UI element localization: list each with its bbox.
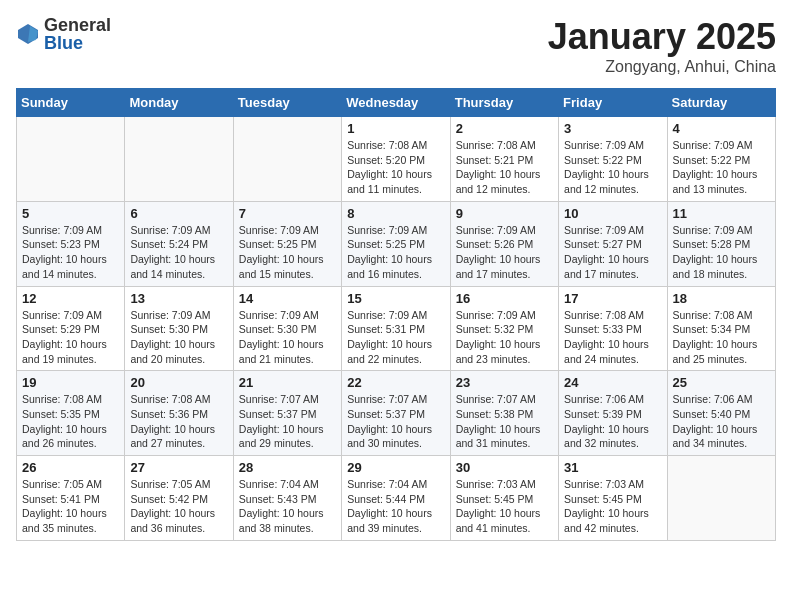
calendar-cell: 22Sunrise: 7:07 AMSunset: 5:37 PMDayligh…: [342, 371, 450, 456]
calendar-cell: 13Sunrise: 7:09 AMSunset: 5:30 PMDayligh…: [125, 286, 233, 371]
day-info: Sunrise: 7:05 AMSunset: 5:41 PMDaylight:…: [22, 477, 119, 536]
day-number: 14: [239, 291, 336, 306]
calendar-cell: [17, 117, 125, 202]
calendar-cell: 31Sunrise: 7:03 AMSunset: 5:45 PMDayligh…: [559, 456, 667, 541]
calendar: SundayMondayTuesdayWednesdayThursdayFrid…: [16, 88, 776, 541]
day-info: Sunrise: 7:03 AMSunset: 5:45 PMDaylight:…: [564, 477, 661, 536]
day-info: Sunrise: 7:06 AMSunset: 5:40 PMDaylight:…: [673, 392, 770, 451]
calendar-week-row: 26Sunrise: 7:05 AMSunset: 5:41 PMDayligh…: [17, 456, 776, 541]
calendar-cell: 27Sunrise: 7:05 AMSunset: 5:42 PMDayligh…: [125, 456, 233, 541]
day-info: Sunrise: 7:09 AMSunset: 5:24 PMDaylight:…: [130, 223, 227, 282]
day-info: Sunrise: 7:08 AMSunset: 5:20 PMDaylight:…: [347, 138, 444, 197]
day-info: Sunrise: 7:04 AMSunset: 5:43 PMDaylight:…: [239, 477, 336, 536]
weekday-header: Sunday: [17, 89, 125, 117]
day-info: Sunrise: 7:09 AMSunset: 5:28 PMDaylight:…: [673, 223, 770, 282]
calendar-cell: 26Sunrise: 7:05 AMSunset: 5:41 PMDayligh…: [17, 456, 125, 541]
calendar-cell: 4Sunrise: 7:09 AMSunset: 5:22 PMDaylight…: [667, 117, 775, 202]
calendar-week-row: 5Sunrise: 7:09 AMSunset: 5:23 PMDaylight…: [17, 201, 776, 286]
day-number: 2: [456, 121, 553, 136]
day-number: 23: [456, 375, 553, 390]
calendar-cell: [233, 117, 341, 202]
day-number: 16: [456, 291, 553, 306]
day-number: 15: [347, 291, 444, 306]
calendar-cell: [667, 456, 775, 541]
day-number: 11: [673, 206, 770, 221]
weekday-header: Thursday: [450, 89, 558, 117]
calendar-cell: 25Sunrise: 7:06 AMSunset: 5:40 PMDayligh…: [667, 371, 775, 456]
calendar-cell: 11Sunrise: 7:09 AMSunset: 5:28 PMDayligh…: [667, 201, 775, 286]
day-number: 17: [564, 291, 661, 306]
day-info: Sunrise: 7:09 AMSunset: 5:23 PMDaylight:…: [22, 223, 119, 282]
calendar-cell: 5Sunrise: 7:09 AMSunset: 5:23 PMDaylight…: [17, 201, 125, 286]
day-info: Sunrise: 7:08 AMSunset: 5:36 PMDaylight:…: [130, 392, 227, 451]
calendar-cell: 18Sunrise: 7:08 AMSunset: 5:34 PMDayligh…: [667, 286, 775, 371]
calendar-cell: 6Sunrise: 7:09 AMSunset: 5:24 PMDaylight…: [125, 201, 233, 286]
day-info: Sunrise: 7:07 AMSunset: 5:37 PMDaylight:…: [347, 392, 444, 451]
logo: General Blue: [16, 16, 111, 52]
day-number: 3: [564, 121, 661, 136]
day-info: Sunrise: 7:09 AMSunset: 5:32 PMDaylight:…: [456, 308, 553, 367]
day-info: Sunrise: 7:09 AMSunset: 5:29 PMDaylight:…: [22, 308, 119, 367]
weekday-header: Monday: [125, 89, 233, 117]
calendar-cell: 1Sunrise: 7:08 AMSunset: 5:20 PMDaylight…: [342, 117, 450, 202]
day-number: 26: [22, 460, 119, 475]
day-info: Sunrise: 7:09 AMSunset: 5:22 PMDaylight:…: [564, 138, 661, 197]
day-number: 29: [347, 460, 444, 475]
calendar-cell: 29Sunrise: 7:04 AMSunset: 5:44 PMDayligh…: [342, 456, 450, 541]
day-number: 10: [564, 206, 661, 221]
day-info: Sunrise: 7:09 AMSunset: 5:30 PMDaylight:…: [239, 308, 336, 367]
month-title: January 2025: [548, 16, 776, 58]
day-number: 6: [130, 206, 227, 221]
calendar-cell: 28Sunrise: 7:04 AMSunset: 5:43 PMDayligh…: [233, 456, 341, 541]
day-number: 25: [673, 375, 770, 390]
day-number: 8: [347, 206, 444, 221]
logo-general: General: [44, 16, 111, 34]
day-info: Sunrise: 7:09 AMSunset: 5:25 PMDaylight:…: [239, 223, 336, 282]
day-number: 20: [130, 375, 227, 390]
day-number: 24: [564, 375, 661, 390]
day-info: Sunrise: 7:09 AMSunset: 5:25 PMDaylight:…: [347, 223, 444, 282]
page-header: General Blue January 2025 Zongyang, Anhu…: [16, 16, 776, 76]
day-number: 30: [456, 460, 553, 475]
day-info: Sunrise: 7:07 AMSunset: 5:38 PMDaylight:…: [456, 392, 553, 451]
day-info: Sunrise: 7:09 AMSunset: 5:22 PMDaylight:…: [673, 138, 770, 197]
location: Zongyang, Anhui, China: [548, 58, 776, 76]
calendar-cell: 9Sunrise: 7:09 AMSunset: 5:26 PMDaylight…: [450, 201, 558, 286]
logo-blue: Blue: [44, 34, 111, 52]
calendar-cell: 17Sunrise: 7:08 AMSunset: 5:33 PMDayligh…: [559, 286, 667, 371]
day-number: 27: [130, 460, 227, 475]
day-info: Sunrise: 7:09 AMSunset: 5:30 PMDaylight:…: [130, 308, 227, 367]
calendar-week-row: 12Sunrise: 7:09 AMSunset: 5:29 PMDayligh…: [17, 286, 776, 371]
calendar-cell: 10Sunrise: 7:09 AMSunset: 5:27 PMDayligh…: [559, 201, 667, 286]
day-info: Sunrise: 7:09 AMSunset: 5:27 PMDaylight:…: [564, 223, 661, 282]
calendar-cell: 16Sunrise: 7:09 AMSunset: 5:32 PMDayligh…: [450, 286, 558, 371]
day-info: Sunrise: 7:03 AMSunset: 5:45 PMDaylight:…: [456, 477, 553, 536]
title-block: January 2025 Zongyang, Anhui, China: [548, 16, 776, 76]
day-number: 9: [456, 206, 553, 221]
calendar-cell: 19Sunrise: 7:08 AMSunset: 5:35 PMDayligh…: [17, 371, 125, 456]
day-number: 5: [22, 206, 119, 221]
day-info: Sunrise: 7:08 AMSunset: 5:34 PMDaylight:…: [673, 308, 770, 367]
logo-icon: [16, 22, 40, 46]
day-number: 18: [673, 291, 770, 306]
weekday-header: Saturday: [667, 89, 775, 117]
calendar-cell: 23Sunrise: 7:07 AMSunset: 5:38 PMDayligh…: [450, 371, 558, 456]
calendar-cell: 30Sunrise: 7:03 AMSunset: 5:45 PMDayligh…: [450, 456, 558, 541]
logo-text: General Blue: [44, 16, 111, 52]
day-info: Sunrise: 7:08 AMSunset: 5:21 PMDaylight:…: [456, 138, 553, 197]
calendar-week-row: 1Sunrise: 7:08 AMSunset: 5:20 PMDaylight…: [17, 117, 776, 202]
day-number: 31: [564, 460, 661, 475]
day-info: Sunrise: 7:04 AMSunset: 5:44 PMDaylight:…: [347, 477, 444, 536]
day-number: 7: [239, 206, 336, 221]
day-number: 21: [239, 375, 336, 390]
day-number: 12: [22, 291, 119, 306]
day-number: 22: [347, 375, 444, 390]
weekday-header-row: SundayMondayTuesdayWednesdayThursdayFrid…: [17, 89, 776, 117]
day-number: 28: [239, 460, 336, 475]
weekday-header: Wednesday: [342, 89, 450, 117]
weekday-header: Friday: [559, 89, 667, 117]
calendar-cell: [125, 117, 233, 202]
calendar-cell: 20Sunrise: 7:08 AMSunset: 5:36 PMDayligh…: [125, 371, 233, 456]
day-info: Sunrise: 7:07 AMSunset: 5:37 PMDaylight:…: [239, 392, 336, 451]
calendar-week-row: 19Sunrise: 7:08 AMSunset: 5:35 PMDayligh…: [17, 371, 776, 456]
